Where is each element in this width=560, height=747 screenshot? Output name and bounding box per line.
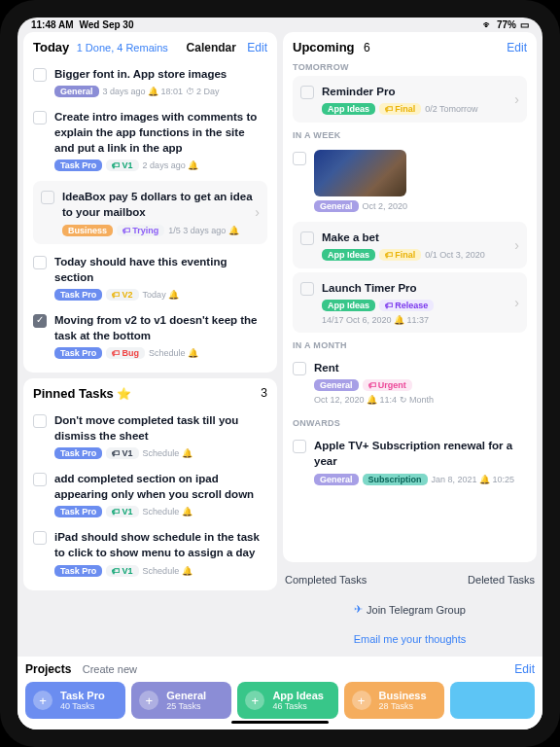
project-badge: Task Pro — [54, 160, 102, 171]
screen: 11:48 AM Wed Sep 30 ᯤ 77% ▭ Today 1 Done… — [18, 18, 542, 729]
task-meta: Schedule 🔔 — [143, 566, 192, 576]
projects-bar: Projects Create new Edit + Task Pro40 Ta… — [18, 657, 542, 729]
today-progress: 1 Done, 4 Remains — [77, 42, 168, 53]
checkbox[interactable] — [33, 531, 47, 545]
task-make-bet[interactable]: Make a bet App Ideas Final 0/1 Oct 3, 20… — [293, 222, 527, 268]
plus-icon[interactable]: + — [352, 691, 371, 710]
tag: Trying — [117, 225, 164, 236]
pinned-card: Pinned Tasks ⭐ 3 Don't move completed ta… — [23, 378, 277, 590]
tag: V2 — [106, 289, 138, 301]
checkbox[interactable] — [33, 68, 47, 82]
tag: V1 — [106, 160, 138, 171]
task-item[interactable]: Don't move completed task till you dismi… — [33, 407, 267, 465]
task-item[interactable]: Create intro images with comments to exp… — [33, 103, 267, 177]
checkbox[interactable] — [33, 414, 47, 428]
task-reminder-pro[interactable]: Reminder Pro App Ideas Final 0/2 Tomorro… — [293, 76, 527, 123]
task-title: IdeaBox pay 5 dollars to get an idea to … — [62, 189, 260, 220]
task-title: Create intro images with comments to exp… — [54, 109, 267, 156]
task-thumbnail — [314, 150, 406, 196]
task-meta: 2 days ago 🔔 — [143, 160, 199, 170]
task-appletv[interactable]: Apple TV+ Subscription renewal for a yea… — [293, 432, 527, 490]
completed-tasks-link[interactable]: Completed Tasks — [285, 574, 367, 586]
tag: V1 — [106, 565, 138, 577]
project-card[interactable]: + App Ideas46 Tasks — [237, 682, 337, 719]
group-week: IN A WEEK — [293, 130, 527, 140]
task-title: add completed section on ipad appearing … — [54, 471, 267, 502]
task-meta: Schedule 🔔 — [143, 507, 192, 516]
upcoming-title: Upcoming — [293, 40, 355, 54]
project-card-more[interactable] — [450, 682, 535, 719]
task-rent[interactable]: Rent General Urgent Oct 12, 2020 🔔 11:4 … — [293, 354, 527, 410]
checkbox[interactable] — [300, 86, 314, 99]
projects-title: Projects — [25, 662, 71, 676]
task-image[interactable]: General Oct 2, 2020 — [293, 144, 527, 218]
checkbox[interactable] — [33, 473, 47, 486]
telegram-link[interactable]: ✈ Join Telegram Group — [283, 597, 537, 622]
ipad-frame: 11:48 AM Wed Sep 30 ᯤ 77% ▭ Today 1 Done… — [0, 0, 560, 747]
task-item[interactable]: Moving from v2 to v1 doesn't keep the ta… — [33, 306, 267, 365]
group-tomorrow: TOMORROW — [293, 62, 527, 72]
task-meta: 1/5 3 days ago 🔔 — [168, 226, 239, 235]
task-launch-timer[interactable]: Launch Timer Pro App Ideas Release 14/17… — [293, 272, 527, 333]
home-indicator — [231, 721, 329, 724]
task-title: Bigger font in. App store images — [54, 66, 267, 82]
checkbox[interactable] — [33, 314, 47, 328]
task-item[interactable]: iPad should show schedule in the task to… — [33, 523, 267, 582]
calendar-link[interactable]: Calendar — [187, 41, 236, 54]
status-bar: 11:48 AM Wed Sep 30 ᯤ 77% ▭ — [18, 18, 542, 32]
project-badge: Task Pro — [54, 447, 102, 459]
project-card[interactable]: + Task Pro40 Tasks — [25, 682, 125, 719]
checkbox[interactable] — [293, 152, 306, 165]
today-card: Today 1 Done, 4 Remains Calendar Edit Bi… — [23, 32, 277, 373]
checkbox[interactable] — [300, 282, 314, 296]
plus-icon[interactable]: + — [33, 691, 52, 710]
project-card[interactable]: + Business28 Tasks — [344, 682, 444, 719]
chevron-right-icon: › — [514, 295, 519, 310]
group-onwards: ONWARDS — [293, 418, 527, 428]
project-card[interactable]: + General25 Tasks — [131, 682, 231, 719]
checkbox[interactable] — [33, 111, 47, 124]
chevron-right-icon: › — [514, 91, 519, 107]
project-count: 25 Tasks — [166, 701, 206, 711]
status-time: 11:48 AM — [31, 19, 74, 30]
project-name: Business — [379, 690, 427, 701]
email-link[interactable]: Email me your thoughts — [283, 627, 537, 651]
upcoming-count: 6 — [364, 41, 370, 54]
project-name: General — [166, 690, 206, 701]
plus-icon[interactable]: + — [139, 691, 158, 710]
projects-edit[interactable]: Edit — [514, 662, 535, 676]
task-title: iPad should show schedule in the task to… — [54, 529, 267, 560]
deleted-tasks-link[interactable]: Deleted Tasks — [468, 574, 535, 586]
task-title: Moving from v2 to v1 doesn't keep the ta… — [54, 312, 267, 343]
checkbox[interactable] — [300, 231, 314, 245]
task-meta: Schedule 🔔 — [143, 448, 192, 458]
battery-icon: ▭ — [520, 19, 529, 30]
task-item[interactable]: Bigger font in. App store images General… — [33, 60, 267, 103]
create-new-link[interactable]: Create new — [83, 663, 137, 675]
project-name: Task Pro — [60, 690, 105, 701]
project-badge: Task Pro — [54, 347, 102, 359]
upcoming-edit[interactable]: Edit — [507, 41, 527, 54]
task-title: Don't move completed task till you dismi… — [54, 412, 267, 444]
send-icon: ✈ — [354, 603, 363, 616]
checkbox[interactable] — [33, 256, 47, 269]
today-title: Today — [33, 40, 69, 54]
project-badge: Task Pro — [54, 506, 102, 517]
task-meta: Today 🔔 — [143, 290, 180, 300]
project-badge: Task Pro — [54, 289, 102, 301]
task-title: Today should have this eventing section — [54, 254, 267, 285]
task-item[interactable]: Today should have this eventing section … — [33, 248, 267, 306]
tag: V1 — [106, 447, 138, 459]
checkbox[interactable] — [293, 440, 306, 453]
today-edit[interactable]: Edit — [247, 41, 267, 54]
star-icon: ⭐ — [117, 387, 131, 401]
project-badge: General — [54, 86, 99, 97]
project-badge: Task Pro — [54, 565, 102, 577]
task-meta: 3 days ago 🔔 18:01 ⏱ 2 Day — [103, 87, 220, 96]
group-month: IN A MONTH — [293, 340, 527, 350]
checkbox[interactable] — [41, 191, 54, 204]
plus-icon[interactable]: + — [245, 691, 264, 710]
checkbox[interactable] — [293, 362, 306, 375]
task-item[interactable]: add completed section on ipad appearing … — [33, 465, 267, 523]
task-item[interactable]: IdeaBox pay 5 dollars to get an idea to … — [33, 181, 267, 243]
